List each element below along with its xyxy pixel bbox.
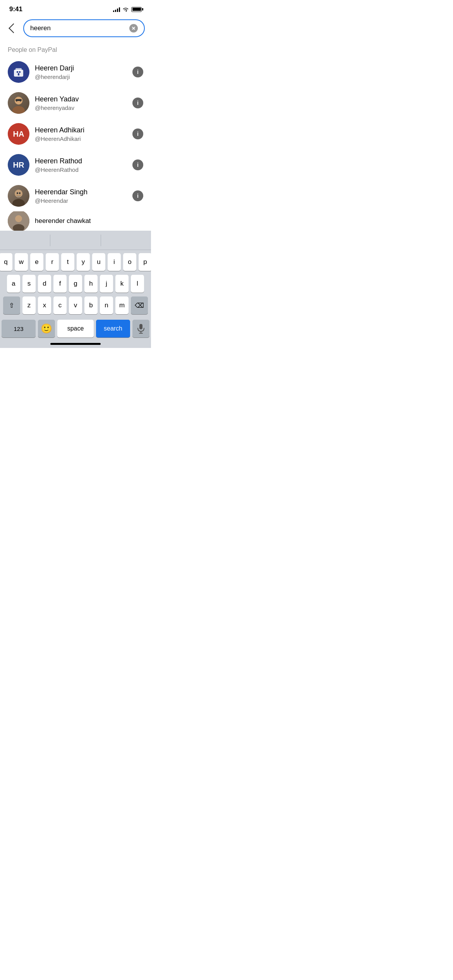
search-row [0, 16, 151, 42]
keyboard-bottom-row: 123 🙂 space search [0, 320, 151, 339]
svg-point-9 [16, 101, 17, 102]
key-x[interactable]: x [38, 296, 51, 314]
svg-point-14 [17, 192, 18, 194]
list-item[interactable]: Heeren Yadav @heerenyadav i [0, 87, 151, 118]
back-button[interactable] [6, 22, 19, 34]
avatar [8, 185, 29, 207]
svg-rect-2 [17, 71, 18, 73]
list-item[interactable]: Heerendar Singh @Heerendar i [0, 180, 151, 211]
svg-point-12 [12, 199, 25, 207]
list-item[interactable]: HR Heeren Rathod @HeerenRathod i [0, 149, 151, 180]
person-name: Heerendar Singh [35, 188, 127, 197]
info-button[interactable]: i [132, 98, 143, 108]
avatar-initials: HR [13, 161, 24, 170]
info-button[interactable]: i [132, 159, 143, 170]
avatar [8, 61, 29, 83]
key-m[interactable]: m [115, 296, 129, 314]
svg-point-17 [15, 215, 22, 222]
back-arrow-icon [9, 23, 18, 33]
key-b[interactable]: b [84, 296, 98, 314]
key-o[interactable]: o [123, 253, 136, 271]
person-name: Heeren Adhikari [35, 126, 127, 135]
svg-point-6 [12, 106, 25, 114]
battery-icon [131, 7, 142, 12]
info-button[interactable]: i [132, 67, 143, 77]
person-name: Heeren Yadav [35, 95, 127, 104]
avatar: HR [8, 154, 29, 176]
space-key[interactable]: space [57, 320, 94, 338]
wifi-icon [122, 7, 129, 12]
key-q[interactable]: q [0, 253, 12, 271]
person-handle: @HeerenRathod [35, 166, 127, 173]
search-key[interactable]: search [96, 320, 130, 338]
home-bar [50, 343, 101, 345]
suggestion-item[interactable] [101, 237, 151, 243]
key-c[interactable]: c [53, 296, 67, 314]
signal-icon [113, 7, 120, 12]
avatar [8, 92, 29, 114]
avatar [8, 211, 29, 231]
home-indicator [0, 339, 151, 348]
info-button[interactable]: i [132, 190, 143, 201]
list-item[interactable]: HA Heeren Adhikari @HeerenAdhikari i [0, 118, 151, 149]
key-j[interactable]: j [100, 275, 113, 293]
keyboard-row-1: q w e r t y u i o p [2, 253, 149, 271]
key-k[interactable]: k [115, 275, 129, 293]
avatar-initials: HA [13, 130, 24, 139]
svg-rect-1 [15, 68, 22, 71]
key-a[interactable]: a [7, 275, 20, 293]
status-time: 9:41 [9, 5, 22, 13]
key-y[interactable]: y [77, 253, 90, 271]
key-n[interactable]: n [100, 296, 113, 314]
key-w[interactable]: w [15, 253, 28, 271]
microphone-button[interactable] [132, 320, 149, 338]
list-item[interactable]: Heeren Darji @heerendarji i [0, 57, 151, 87]
list-item-partial[interactable]: heerender chawkat [0, 211, 151, 231]
key-r[interactable]: r [46, 253, 59, 271]
person-info: Heeren Yadav @heerenyadav [35, 95, 127, 111]
svg-rect-19 [139, 324, 142, 329]
microphone-icon [137, 324, 145, 334]
svg-rect-3 [19, 71, 21, 73]
key-z[interactable]: z [22, 296, 36, 314]
key-f[interactable]: f [53, 275, 67, 293]
search-input[interactable] [30, 24, 126, 32]
space-label: space [67, 325, 84, 332]
person-handle: @HeerenAdhikari [35, 135, 127, 142]
svg-point-13 [15, 190, 22, 197]
numbers-label: 123 [14, 326, 23, 332]
key-p[interactable]: p [139, 253, 151, 271]
numbers-key[interactable]: 123 [2, 320, 36, 338]
key-d[interactable]: d [38, 275, 51, 293]
avatar: HA [8, 123, 29, 145]
person-handle: @Heerendar [35, 197, 127, 204]
key-l[interactable]: l [131, 275, 144, 293]
key-v[interactable]: v [69, 296, 82, 314]
section-header: People on PayPal [0, 42, 151, 57]
search-label: search [104, 325, 122, 332]
key-t[interactable]: t [61, 253, 74, 271]
key-e[interactable]: e [30, 253, 43, 271]
shift-key[interactable]: ⇧ [3, 296, 20, 314]
person-name: Heeren Rathod [35, 157, 127, 166]
svg-rect-4 [18, 73, 19, 75]
key-i[interactable]: i [108, 253, 121, 271]
person-handle: @heerenyadav [35, 105, 127, 111]
suggestion-item[interactable] [50, 237, 100, 243]
info-button[interactable]: i [132, 128, 143, 139]
delete-key[interactable]: ⌫ [131, 296, 148, 314]
key-h[interactable]: h [84, 275, 98, 293]
keyboard-row-3: ⇧ z x c v b n m ⌫ [2, 296, 149, 314]
svg-point-15 [19, 192, 21, 194]
emoji-button[interactable]: 🙂 [38, 320, 55, 338]
person-info: Heeren Adhikari @HeerenAdhikari [35, 126, 127, 142]
svg-point-10 [20, 101, 21, 102]
key-g[interactable]: g [69, 275, 82, 293]
clear-button[interactable] [129, 24, 138, 33]
keyboard-row-2: a s d f g h j k l [2, 275, 149, 293]
search-input-container[interactable] [23, 19, 145, 37]
keyboard-suggestions [0, 231, 151, 250]
suggestion-item[interactable] [0, 237, 50, 243]
key-s[interactable]: s [22, 275, 36, 293]
key-u[interactable]: u [92, 253, 105, 271]
